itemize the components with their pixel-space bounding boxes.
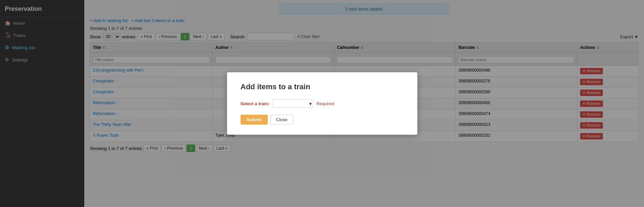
modal-title: Add items to a train bbox=[241, 82, 404, 91]
modal-buttons: Submit Close bbox=[241, 115, 404, 125]
select-train-label: Select a train: bbox=[241, 101, 269, 106]
add-items-modal: Add items to a train Select a train: ▼ R… bbox=[227, 72, 417, 135]
close-button[interactable]: Close bbox=[271, 115, 293, 125]
submit-button[interactable]: Submit bbox=[241, 115, 268, 125]
select-wrapper: ▼ bbox=[273, 99, 313, 108]
modal-form-row: Select a train: ▼ Required bbox=[241, 99, 404, 108]
modal-overlay: Add items to a train Select a train: ▼ R… bbox=[0, 0, 644, 207]
train-select[interactable] bbox=[273, 99, 314, 108]
required-label: Required bbox=[316, 101, 334, 106]
